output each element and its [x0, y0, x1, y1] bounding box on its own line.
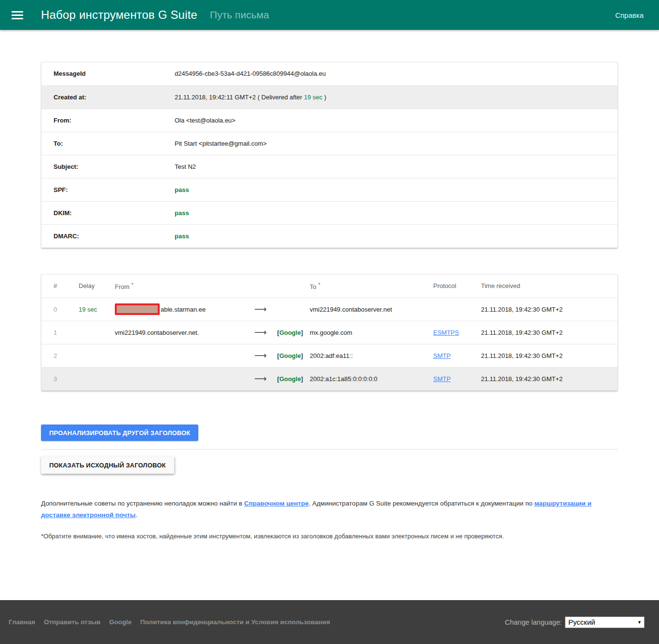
hop-to: mx.google.com [307, 321, 425, 344]
hop-from [109, 367, 250, 390]
help-center-link[interactable]: Справочном центре [244, 500, 309, 507]
summary-row-created-at: Created at: 21.11.2018, 19:42:11 GMT+2 (… [41, 85, 618, 109]
hamburger-menu-icon[interactable] [12, 11, 23, 19]
created-at-value: 21.11.2018, 19:42:11 GMT+2 ( Delivered a… [174, 85, 618, 109]
summary-label: Subject: [41, 155, 174, 178]
summary-label: Created at: [41, 85, 174, 109]
summary-row-dkim: DKIM: pass [41, 201, 618, 224]
summary-row-spf: SPF: pass [41, 178, 618, 201]
hop-time-received: 21.11.2018, 19:42:30 GMT+2 [473, 344, 618, 367]
summary-row-messageid: MessageId d2454956-cbe3-53a4-d421-09586c… [41, 62, 618, 85]
hop-from [109, 344, 250, 367]
google-tag-empty [271, 298, 307, 321]
hop-protocol: SMTP [425, 344, 473, 367]
to-header-text: To [310, 283, 316, 290]
summary-label: MessageId [41, 62, 174, 85]
hop-row-3: 3 ⟶ [Google] 2002:a1c:1a85:0:0:0:0:0 SMT… [41, 367, 618, 390]
summary-label: From: [41, 109, 174, 132]
column-header-number: # [41, 274, 72, 298]
main-content: MessageId d2454956-cbe3-53a4-d421-09586c… [41, 30, 618, 541]
help-link[interactable]: Справка [615, 11, 644, 19]
hop-time-received: 21.11.2018, 19:42:30 GMT+2 [473, 298, 618, 321]
arrow-right-icon: ⟶ [250, 321, 271, 344]
column-header-protocol: Protocol [425, 274, 473, 298]
created-at-text: 21.11.2018, 19:42:11 GMT+2 ( Delivered a… [175, 94, 304, 101]
required-asterisk: * [131, 282, 133, 288]
help-note: Дополнительные советы по устранению непо… [41, 498, 618, 521]
language-area: Change language: Русский ▼ [505, 617, 645, 628]
summary-row-from: From: Ola <test@olaola.eu> [41, 109, 618, 132]
hops-table: # Delay From* To* Protocol Time received… [41, 274, 618, 390]
protocol-link[interactable]: ESMTPS [433, 329, 459, 336]
hop-to: vmi221949.contaboserver.net [307, 298, 425, 321]
analyze-another-header-button[interactable]: ПРОАНАЛИЗИРОВАТЬ ДРУГОЙ ЗАГОЛОВОК [41, 425, 198, 441]
language-select[interactable]: Русский [565, 617, 645, 628]
hop-row-2: 2 ⟶ [Google] 2002:adf:ea11:: SMTP 21.11.… [41, 344, 618, 367]
show-original-header-button[interactable]: ПОКАЗАТЬ ИСХОДНЫЙ ЗАГОЛОВОК [41, 456, 174, 474]
protocol-link[interactable]: SMTP [433, 375, 451, 383]
messageid-value: d2454956-cbe3-53a4-d421-09586c809944@ola… [174, 62, 618, 85]
footer-link-privacy-terms[interactable]: Политика конфиденциальности и Условия ис… [140, 618, 330, 626]
protocol-link[interactable]: SMTP [433, 352, 451, 359]
hop-row-1: 1 vmi221949.contaboserver.net. ⟶ [Google… [41, 321, 618, 344]
footer-link-google[interactable]: Google [109, 618, 132, 626]
column-header-gtag [271, 274, 307, 298]
bracket-close: ] [301, 352, 303, 359]
hop-number: 1 [41, 321, 72, 344]
page: Набор инструментов G Suite Путь письма С… [0, 0, 659, 644]
column-header-from: From* [109, 274, 250, 298]
hop-delay [72, 367, 109, 390]
column-header-to: To* [307, 274, 425, 298]
help-note-text: . Администраторам G Suite рекомендуется … [309, 500, 535, 507]
google-tag-label: Google [279, 329, 301, 336]
created-at-text-end: ) [322, 94, 326, 101]
required-asterisk: * [318, 282, 320, 288]
spf-status-badge: pass [174, 178, 618, 201]
to-value: Pit Start <pitstartee@gmail.com> [174, 132, 618, 155]
google-tag-label: Google [279, 352, 301, 359]
delivered-after-value: 19 sec [304, 94, 322, 101]
google-tag-label: Google [279, 375, 301, 383]
summary-label: To: [41, 132, 174, 155]
hop-protocol: ESMTPS [425, 321, 473, 344]
page-title: Путь письма [210, 9, 269, 21]
from-value: Ola <test@olaola.eu> [174, 109, 618, 132]
dkim-status-badge: pass [174, 201, 618, 224]
subject-value: Test N2 [174, 155, 618, 178]
language-select-wrap: Русский ▼ [565, 617, 645, 628]
footer-link-send-feedback[interactable]: Отправить отзыв [44, 618, 100, 626]
hop-delay: 19 sec [72, 298, 109, 321]
hops-card: # Delay From* To* Protocol Time received… [41, 274, 618, 391]
hop-from: vmi221949.contaboserver.net. [109, 321, 250, 344]
arrow-right-icon: ⟶ [250, 298, 271, 321]
bracket-close: ] [301, 375, 303, 383]
hop-time-received: 21.11.2018, 19:42:30 GMT+2 [473, 367, 618, 390]
hop-protocol [425, 298, 473, 321]
column-header-time-received: Time received [473, 274, 618, 298]
hop-number: 2 [41, 344, 72, 367]
dmarc-status-badge: pass [174, 224, 618, 247]
hop-row-0: 0 19 sec able.starman.ee ⟶ vmi221949.con… [41, 298, 618, 321]
change-language-label: Change language: [505, 618, 562, 626]
google-tag: [Google] [271, 321, 307, 344]
hop-to: 2002:a1c:1a85:0:0:0:0:0 [307, 367, 425, 390]
message-summary-table: MessageId d2454956-cbe3-53a4-d421-09586c… [41, 62, 618, 247]
arrow-right-icon: ⟶ [250, 344, 271, 367]
hop-from: able.starman.ee [109, 298, 250, 321]
help-note-text: . [136, 511, 137, 519]
hop-to: 2002:adf:ea11:: [307, 344, 425, 367]
google-tag: [Google] [271, 344, 307, 367]
app-title: Набор инструментов G Suite [41, 8, 197, 22]
hostnames-disclaimer: *Обратите внимание, что имена хостов, на… [41, 532, 618, 541]
footer-link-home[interactable]: Главная [9, 618, 35, 626]
hop-number: 0 [41, 298, 72, 321]
app-bar: Набор инструментов G Suite Путь письма С… [0, 0, 659, 30]
hop-delay [72, 344, 109, 367]
summary-label: DMARC: [41, 224, 174, 247]
hop-time-received: 21.11.2018, 19:42:30 GMT+2 [473, 321, 618, 344]
summary-row-dmarc: DMARC: pass [41, 224, 618, 247]
column-header-delay: Delay [72, 274, 109, 298]
summary-row-subject: Subject: Test N2 [41, 155, 618, 178]
google-tag: [Google] [271, 367, 307, 390]
message-summary-card: MessageId d2454956-cbe3-53a4-d421-09586c… [41, 62, 618, 248]
